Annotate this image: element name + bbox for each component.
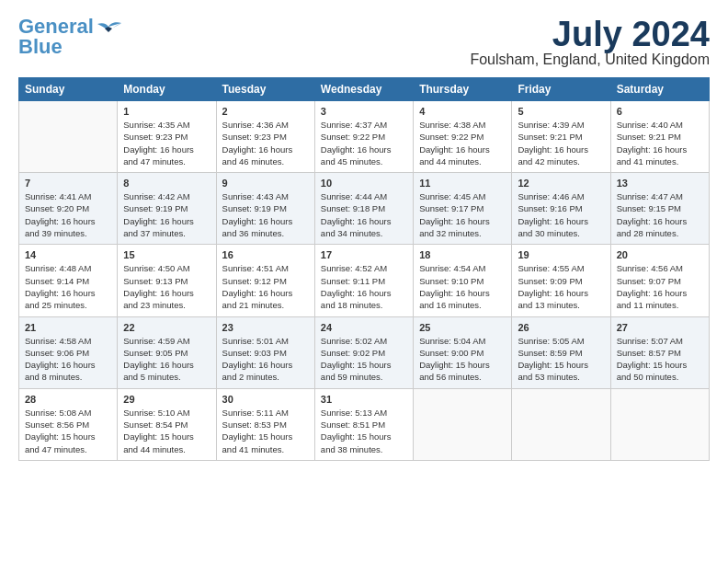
day-number: 20 [617, 249, 703, 260]
cell-content: Sunrise: 4:44 AMSunset: 9:18 PMDaylight:… [321, 190, 407, 239]
col-monday: Monday [118, 78, 216, 101]
cell-content: Sunrise: 4:56 AMSunset: 9:07 PMDaylight:… [617, 262, 703, 311]
table-row [610, 388, 709, 460]
day-number: 22 [123, 322, 210, 333]
day-number: 10 [321, 178, 407, 189]
cell-content: Sunrise: 5:02 AMSunset: 9:02 PMDaylight:… [321, 335, 407, 384]
day-number: 3 [321, 106, 407, 117]
table-row: 9Sunrise: 4:43 AMSunset: 9:19 PMDaylight… [216, 173, 314, 245]
cell-content: Sunrise: 4:39 AMSunset: 9:21 PMDaylight:… [518, 119, 604, 167]
table-row: 21Sunrise: 4:58 AMSunset: 9:06 PMDayligh… [19, 316, 118, 388]
table-row: 4Sunrise: 4:38 AMSunset: 9:22 PMDaylight… [414, 101, 512, 173]
table-row: 5Sunrise: 4:39 AMSunset: 9:21 PMDaylight… [512, 101, 610, 173]
day-number: 18 [419, 249, 506, 260]
week-row-0: 1Sunrise: 4:35 AMSunset: 9:23 PMDaylight… [19, 101, 710, 173]
week-row-1: 7Sunrise: 4:41 AMSunset: 9:20 PMDaylight… [19, 173, 710, 245]
logo: General Blue [18, 17, 121, 57]
cell-content: Sunrise: 4:42 AMSunset: 9:19 PMDaylight:… [123, 190, 210, 239]
col-thursday: Thursday [414, 78, 512, 101]
cell-content: Sunrise: 4:43 AMSunset: 9:19 PMDaylight:… [222, 190, 309, 239]
cell-content: Sunrise: 4:54 AMSunset: 9:10 PMDaylight:… [419, 262, 506, 311]
table-row: 10Sunrise: 4:44 AMSunset: 9:18 PMDayligh… [314, 173, 413, 245]
day-number: 13 [617, 178, 703, 189]
table-row: 14Sunrise: 4:48 AMSunset: 9:14 PMDayligh… [19, 245, 118, 316]
cell-content: Sunrise: 4:58 AMSunset: 9:06 PMDaylight:… [25, 335, 111, 384]
cell-content: Sunrise: 5:10 AMSunset: 8:54 PMDaylight:… [123, 407, 210, 455]
location: Foulsham, England, United Kingdom [470, 52, 710, 68]
table-row: 24Sunrise: 5:02 AMSunset: 9:02 PMDayligh… [314, 316, 413, 388]
page: General Blue July 2024 Foulsham, England… [0, 0, 728, 563]
cell-content: Sunrise: 4:51 AMSunset: 9:12 PMDaylight:… [222, 262, 309, 311]
table-row: 30Sunrise: 5:11 AMSunset: 8:53 PMDayligh… [216, 388, 314, 460]
calendar-table: Sunday Monday Tuesday Wednesday Thursday… [18, 77, 710, 461]
day-number: 12 [518, 178, 604, 189]
title-block: July 2024 Foulsham, England, United King… [470, 17, 710, 68]
table-row [512, 388, 610, 460]
cell-content: Sunrise: 5:11 AMSunset: 8:53 PMDaylight:… [222, 407, 309, 455]
day-number: 1 [123, 106, 210, 117]
day-number: 16 [222, 249, 309, 260]
month-title: July 2024 [470, 17, 710, 52]
cell-content: Sunrise: 4:37 AMSunset: 9:22 PMDaylight:… [321, 119, 407, 167]
table-row: 25Sunrise: 5:04 AMSunset: 9:00 PMDayligh… [414, 316, 512, 388]
day-number: 4 [419, 106, 506, 117]
cell-content: Sunrise: 4:55 AMSunset: 9:09 PMDaylight:… [518, 262, 604, 311]
table-row: 13Sunrise: 4:47 AMSunset: 9:15 PMDayligh… [610, 173, 709, 245]
cell-content: Sunrise: 5:04 AMSunset: 9:00 PMDaylight:… [419, 335, 506, 384]
day-number: 8 [123, 178, 210, 189]
day-number: 30 [222, 394, 309, 405]
table-row: 8Sunrise: 4:42 AMSunset: 9:19 PMDaylight… [118, 173, 216, 245]
day-number: 5 [518, 106, 604, 117]
table-row: 12Sunrise: 4:46 AMSunset: 9:16 PMDayligh… [512, 173, 610, 245]
col-sunday: Sunday [19, 78, 118, 101]
table-row: 20Sunrise: 4:56 AMSunset: 9:07 PMDayligh… [610, 245, 709, 316]
table-row: 23Sunrise: 5:01 AMSunset: 9:03 PMDayligh… [216, 316, 314, 388]
day-number: 17 [321, 249, 407, 260]
day-number: 29 [123, 394, 210, 405]
day-number: 19 [518, 249, 604, 260]
table-row: 6Sunrise: 4:40 AMSunset: 9:21 PMDaylight… [610, 101, 709, 173]
day-number: 7 [25, 178, 111, 189]
col-wednesday: Wednesday [314, 78, 413, 101]
week-row-3: 21Sunrise: 4:58 AMSunset: 9:06 PMDayligh… [19, 316, 710, 388]
cell-content: Sunrise: 5:01 AMSunset: 9:03 PMDaylight:… [222, 335, 309, 384]
col-tuesday: Tuesday [216, 78, 314, 101]
day-number: 9 [222, 178, 309, 189]
table-row [19, 101, 118, 173]
table-row: 2Sunrise: 4:36 AMSunset: 9:23 PMDaylight… [216, 101, 314, 173]
day-number: 25 [419, 322, 506, 333]
table-row: 3Sunrise: 4:37 AMSunset: 9:22 PMDaylight… [314, 101, 413, 173]
table-row: 17Sunrise: 4:52 AMSunset: 9:11 PMDayligh… [314, 245, 413, 316]
cell-content: Sunrise: 4:41 AMSunset: 9:20 PMDaylight:… [25, 190, 111, 239]
col-saturday: Saturday [610, 78, 709, 101]
table-row: 18Sunrise: 4:54 AMSunset: 9:10 PMDayligh… [414, 245, 512, 316]
day-number: 24 [321, 322, 407, 333]
cell-content: Sunrise: 4:38 AMSunset: 9:22 PMDaylight:… [419, 119, 506, 167]
day-number: 11 [419, 178, 506, 189]
logo-bird-icon [96, 19, 121, 38]
day-number: 27 [617, 322, 703, 333]
cell-content: Sunrise: 4:40 AMSunset: 9:21 PMDaylight:… [617, 119, 703, 167]
table-row: 26Sunrise: 5:05 AMSunset: 8:59 PMDayligh… [512, 316, 610, 388]
cell-content: Sunrise: 4:36 AMSunset: 9:23 PMDaylight:… [222, 119, 309, 167]
cell-content: Sunrise: 4:52 AMSunset: 9:11 PMDaylight:… [321, 262, 407, 311]
week-row-2: 14Sunrise: 4:48 AMSunset: 9:14 PMDayligh… [19, 245, 710, 316]
cell-content: Sunrise: 4:47 AMSunset: 9:15 PMDaylight:… [617, 190, 703, 239]
table-row: 11Sunrise: 4:45 AMSunset: 9:17 PMDayligh… [414, 173, 512, 245]
logo-line2: Blue [18, 35, 63, 58]
day-number: 2 [222, 106, 309, 117]
cell-content: Sunrise: 5:07 AMSunset: 8:57 PMDaylight:… [617, 335, 703, 384]
table-row: 31Sunrise: 5:13 AMSunset: 8:51 PMDayligh… [314, 388, 413, 460]
cell-content: Sunrise: 4:45 AMSunset: 9:17 PMDaylight:… [419, 190, 506, 239]
table-row: 1Sunrise: 4:35 AMSunset: 9:23 PMDaylight… [118, 101, 216, 173]
day-number: 21 [25, 322, 111, 333]
day-number: 14 [25, 249, 111, 260]
table-row: 27Sunrise: 5:07 AMSunset: 8:57 PMDayligh… [610, 316, 709, 388]
table-row: 22Sunrise: 4:59 AMSunset: 9:05 PMDayligh… [118, 316, 216, 388]
cell-content: Sunrise: 5:05 AMSunset: 8:59 PMDaylight:… [518, 335, 604, 384]
header: General Blue July 2024 Foulsham, England… [18, 17, 710, 68]
header-row: Sunday Monday Tuesday Wednesday Thursday… [19, 78, 710, 101]
day-number: 26 [518, 322, 604, 333]
cell-content: Sunrise: 4:59 AMSunset: 9:05 PMDaylight:… [123, 335, 210, 384]
cell-content: Sunrise: 4:46 AMSunset: 9:16 PMDaylight:… [518, 190, 604, 239]
